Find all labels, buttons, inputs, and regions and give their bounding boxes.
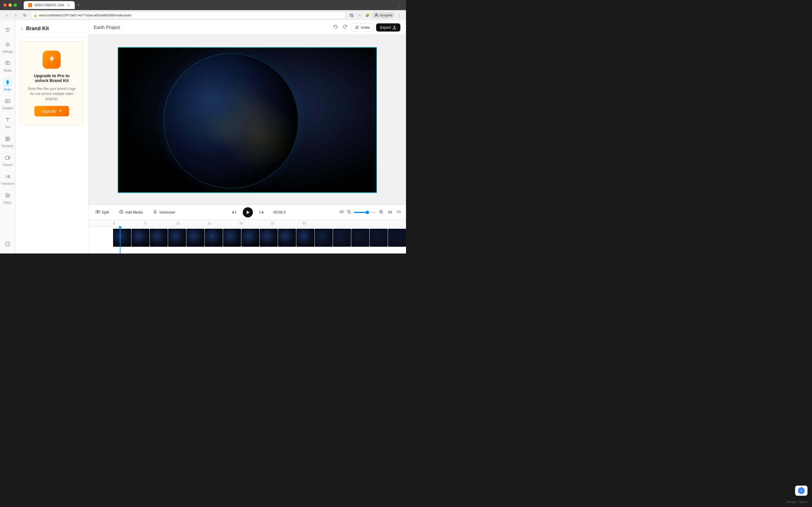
panel-back-button[interactable]: ‹: [20, 25, 24, 32]
text-icon: [3, 115, 12, 124]
top-bar: Earth Project Invite Export: [88, 20, 406, 35]
export-button[interactable]: Export: [376, 23, 400, 32]
zoom-in-button[interactable]: [378, 209, 384, 216]
svg-rect-13: [6, 139, 7, 141]
tab-favicon: V: [28, 3, 32, 7]
split-button[interactable]: Split: [93, 208, 112, 217]
ruler-mark-10: 10: [176, 222, 179, 225]
volume-button[interactable]: [339, 209, 344, 216]
minimize-traffic-light[interactable]: [8, 3, 12, 7]
waveform-button[interactable]: [396, 209, 402, 216]
rewind-button[interactable]: [229, 208, 238, 217]
zoom-thumb: [366, 211, 369, 214]
help-icon: ?: [3, 239, 12, 248]
upgrade-button-icon: [58, 109, 62, 114]
maximize-traffic-light[interactable]: [13, 3, 17, 7]
sidebar-item-record[interactable]: Record: [0, 151, 15, 169]
browser-chrome: V VEED CREATE | Edit ✕ + ⋮ ‹ › ↻ 🔒 veed.…: [0, 0, 406, 20]
fit-label: Fit: [388, 210, 392, 214]
redo-button[interactable]: [342, 23, 349, 32]
elements-icon: [3, 134, 12, 144]
svg-rect-15: [5, 156, 9, 159]
sidebar-item-transitions[interactable]: Transitions: [0, 169, 15, 188]
voiceover-button[interactable]: Voiceover: [150, 208, 178, 217]
video-track[interactable]: [113, 229, 406, 247]
refresh-button[interactable]: ↻: [21, 12, 28, 18]
ruler-mark-15: 15: [208, 222, 211, 225]
upgrade-icon-wrapper: [43, 51, 61, 69]
sidebar-item-text[interactable]: Text: [0, 113, 15, 131]
track-thumbnail-9: [260, 229, 278, 247]
forward-button[interactable]: ›: [12, 12, 19, 18]
browser-more-icon[interactable]: ⋮: [396, 12, 403, 18]
svg-rect-26: [98, 211, 100, 213]
timeline: 0 5 10 15 20 25 30: [88, 220, 406, 253]
export-label: Export: [380, 25, 391, 30]
add-media-button[interactable]: Add Media: [116, 208, 146, 217]
track-thumbnail-8: [241, 229, 259, 247]
svg-point-22: [356, 26, 358, 28]
camera-off-icon[interactable]: [348, 12, 355, 18]
track-thumbnail-11: [296, 229, 314, 247]
tab-close-button[interactable]: ✕: [66, 3, 70, 7]
sidebar-label-filters: Filters: [4, 201, 11, 204]
track-thumbnail-14: [351, 229, 369, 247]
sidebar-item-settings[interactable]: Settings: [0, 37, 15, 56]
bookmark-icon[interactable]: ☆: [356, 12, 363, 18]
audio-icon: [3, 78, 12, 87]
record-icon: [3, 153, 12, 162]
app-container: ☰ Settings Media Audio Subtitles: [0, 20, 406, 253]
timeline-right: Fit: [339, 209, 402, 216]
sidebar-item-help[interactable]: ?: [3, 237, 12, 251]
filters-icon: [3, 191, 12, 200]
sidebar-label-text: Text: [5, 126, 10, 129]
extension-icon[interactable]: 🧩: [364, 12, 371, 18]
svg-point-1: [375, 14, 377, 15]
video-player[interactable]: [117, 47, 377, 193]
close-traffic-light[interactable]: [3, 3, 7, 7]
panel-header: ‹ Brand Kit: [15, 20, 88, 37]
timeline-tracks-area: [88, 226, 406, 253]
sidebar-item-elements[interactable]: Elements: [0, 131, 15, 151]
address-bar[interactable]: 🔒 veed.io/edit/abcb1297-5a01-4d77-b2aa-a…: [31, 11, 346, 19]
active-tab[interactable]: V VEED CREATE | Edit ✕: [24, 1, 75, 9]
ruler-mark-25: 25: [271, 222, 274, 225]
titlebar: V VEED CREATE | Edit ✕ + ⋮: [0, 0, 406, 10]
sidebar-item-subtitles[interactable]: Subtitles: [0, 94, 15, 113]
sidebar-item-filters[interactable]: Filters: [0, 188, 15, 207]
fast-forward-button[interactable]: [257, 208, 266, 217]
media-icon: [3, 59, 12, 68]
track-thumbnail-10: [278, 229, 296, 247]
split-icon: [96, 210, 100, 215]
new-tab-button[interactable]: +: [75, 1, 83, 9]
zoom-slider[interactable]: [354, 212, 376, 213]
upgrade-card: Upgrade to Pro to unlock Brand Kit Store…: [20, 41, 84, 126]
track-thumbnail-16: [388, 229, 406, 247]
browser-menu-icon[interactable]: ⋮: [396, 2, 403, 8]
tab-bar: V VEED CREATE | Edit ✕ +: [24, 1, 83, 9]
svg-line-39: [350, 213, 351, 214]
invite-button[interactable]: Invite: [351, 23, 374, 32]
sidebar-label-media: Media: [4, 69, 11, 72]
upgrade-button[interactable]: Upgrade: [35, 106, 69, 116]
play-button[interactable]: [243, 207, 253, 217]
brand-kit-panel: ‹ Brand Kit Upgrade to Pro to unlock Bra…: [15, 20, 88, 253]
project-title: Earth Project: [94, 25, 328, 30]
fit-button[interactable]: Fit: [386, 209, 394, 216]
undo-button[interactable]: [332, 23, 339, 32]
sidebar-menu-toggle[interactable]: ☰: [0, 22, 15, 37]
sidebar-item-media[interactable]: Media: [0, 56, 15, 75]
sidebar-item-audio[interactable]: Audio: [0, 75, 15, 94]
svg-marker-32: [232, 211, 234, 214]
incognito-button[interactable]: Incognito: [372, 12, 395, 18]
svg-rect-25: [96, 211, 98, 213]
back-button[interactable]: ‹: [3, 12, 10, 18]
upgrade-description: Store files like your brand's logo for u…: [27, 86, 77, 101]
sidebar-label-settings: Settings: [3, 50, 13, 53]
toolbar-actions: ☆ 🧩 Incognito ⋮: [348, 12, 403, 18]
svg-rect-11: [6, 137, 7, 138]
zoom-out-button[interactable]: [347, 209, 352, 216]
playhead-triangle: [118, 226, 122, 229]
add-media-icon: [119, 210, 123, 215]
split-label: Split: [102, 210, 109, 214]
